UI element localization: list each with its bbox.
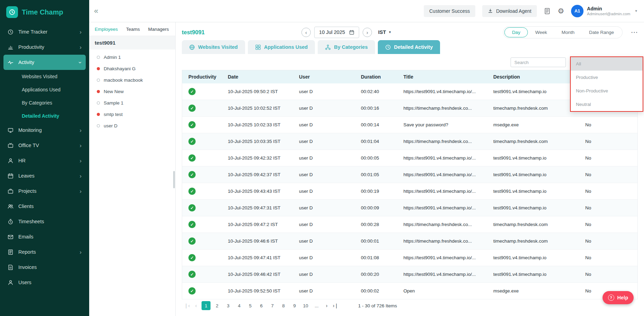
search-input[interactable] bbox=[511, 57, 566, 67]
dropdown-option-productive[interactable]: Productive bbox=[571, 71, 643, 84]
sidebar-subitem-applications-used[interactable]: Applications Used bbox=[3, 83, 86, 96]
sidebar-subitem-detailed-activity[interactable]: Detailed Activity bbox=[3, 109, 86, 123]
sidebar-item-users[interactable]: Users bbox=[3, 275, 86, 290]
sidebar-item-hr[interactable]: HR› bbox=[3, 153, 86, 168]
group-name[interactable]: test9091 bbox=[89, 36, 175, 49]
page-button-8[interactable]: 8 bbox=[279, 301, 288, 310]
collapse-sidebar-icon[interactable]: « bbox=[91, 7, 101, 15]
invoice-icon bbox=[8, 264, 14, 270]
page-ellipsis[interactable]: ... bbox=[312, 301, 321, 310]
sidebar-item-projects[interactable]: Projects› bbox=[3, 183, 86, 199]
view-month[interactable]: Month bbox=[554, 27, 582, 37]
user-name: Admin bbox=[587, 6, 630, 12]
member-admin-1[interactable]: Admin 1 bbox=[89, 52, 175, 63]
description-cell: test9091.v4.timechamp.io bbox=[493, 189, 585, 194]
tab-websites-visited[interactable]: Websites Visited bbox=[182, 40, 245, 54]
tab-applications-used[interactable]: Applications Used bbox=[248, 40, 315, 54]
sidebar-item-clients[interactable]: Clients bbox=[3, 199, 86, 214]
sidebar-item-leaves[interactable]: Leaves› bbox=[3, 168, 86, 183]
page-button-1[interactable]: 1 bbox=[202, 301, 211, 310]
description-cell: timechamp.freshdesk.com bbox=[493, 222, 585, 227]
page-button-3[interactable]: 3 bbox=[224, 301, 233, 310]
chevron-right-icon: › bbox=[80, 143, 82, 148]
body-row: EmployeesTeamsManagers test9091 Admin 1D… bbox=[89, 22, 644, 316]
productive-check-icon: ✓ bbox=[188, 287, 196, 295]
view-week[interactable]: Week bbox=[528, 27, 554, 37]
page-button-7[interactable]: 7 bbox=[268, 301, 277, 310]
tab-by-categories[interactable]: By Categories bbox=[318, 40, 375, 54]
title-cell: https://test9091.v4.timechamp.io/... bbox=[403, 89, 493, 94]
main-content: test9091 ‹ 10 Jul 2025 › IST ▼ bbox=[176, 22, 644, 316]
panel-tab-teams[interactable]: Teams bbox=[126, 27, 140, 32]
tv-icon bbox=[8, 142, 14, 148]
date-picker[interactable]: 10 Jul 2025 bbox=[314, 27, 359, 38]
settings-gear-icon[interactable]: ⚙ bbox=[558, 7, 564, 15]
view-date-range[interactable]: Date Range bbox=[582, 27, 621, 37]
table-header: ProductivityDateUserDurationTitleDescrip… bbox=[182, 70, 637, 83]
page-button-10[interactable]: 10 bbox=[301, 301, 310, 310]
status-dot bbox=[97, 79, 100, 82]
panel-scrollbar[interactable] bbox=[173, 171, 175, 188]
page-button-2[interactable]: 2 bbox=[213, 301, 222, 310]
tab-detailed-activity[interactable]: Detailed Activity bbox=[378, 40, 440, 54]
dropdown-option-all[interactable]: All bbox=[571, 57, 643, 71]
productivity-cell: ✓ bbox=[182, 237, 228, 245]
table-row: ✓10-Jul-2025 09:47:2 ISTuser D00:00:28ht… bbox=[182, 216, 637, 233]
apps-icon bbox=[255, 44, 261, 50]
sidebar-item-productivity[interactable]: Productivity› bbox=[3, 39, 86, 55]
panel-tab-employees[interactable]: Employees bbox=[95, 27, 118, 32]
sidebar-item-monitoring[interactable]: Monitoring› bbox=[3, 123, 86, 138]
sidebar-item-invoices[interactable]: Invoices bbox=[3, 260, 86, 275]
dropdown-option-neutral[interactable]: Neutral bbox=[571, 98, 643, 111]
member-user-d[interactable]: user D bbox=[89, 120, 175, 132]
user-cell: user D bbox=[299, 238, 361, 244]
download-agent-button[interactable]: Download Agent bbox=[482, 5, 537, 17]
sidebar-item-timesheets[interactable]: Timesheets bbox=[3, 214, 86, 229]
member-dhakshayani-g[interactable]: Dhakshayani G bbox=[89, 63, 175, 74]
last-page-button[interactable]: ›❘ bbox=[331, 303, 340, 308]
description-cell: msedge.exe bbox=[493, 122, 585, 127]
flag-cell: No bbox=[585, 139, 637, 144]
flag-cell: No bbox=[585, 122, 637, 127]
member-new-new[interactable]: New New bbox=[89, 86, 175, 97]
prev-date-button[interactable]: ‹ bbox=[301, 28, 311, 37]
view-day[interactable]: Day bbox=[504, 27, 528, 37]
sidebar-item-activity[interactable]: Activity› bbox=[3, 55, 86, 70]
title-cell: https://test9091.v4.timechamp.io/... bbox=[403, 172, 493, 177]
more-options-icon[interactable]: ⋯ bbox=[631, 29, 638, 36]
first-page-button[interactable]: ❘‹ bbox=[183, 303, 192, 308]
dropdown-option-non-productive[interactable]: Non-Productive bbox=[571, 84, 643, 98]
date-cell: 10-Jul-2025 09:47:31 IST bbox=[228, 205, 299, 210]
next-page-button[interactable]: › bbox=[322, 303, 331, 308]
productive-check-icon: ✓ bbox=[188, 221, 196, 228]
page-button-9[interactable]: 9 bbox=[290, 301, 299, 310]
topbar: « Customer Success Download Agent ⚙ A1 bbox=[89, 0, 644, 22]
sidebar-item-time-tracker[interactable]: Time Tracker› bbox=[3, 24, 86, 39]
member-macbook-macbook[interactable]: macbook macbook bbox=[89, 74, 175, 86]
page-button-5[interactable]: 5 bbox=[246, 301, 255, 310]
page-button-6[interactable]: 6 bbox=[257, 301, 266, 310]
member-smtp-test[interactable]: smtp test bbox=[89, 109, 175, 120]
timezone-select[interactable]: IST ▼ bbox=[378, 29, 391, 35]
help-button[interactable]: ? Help bbox=[603, 291, 634, 304]
sidebar-item-emails[interactable]: Emails bbox=[3, 229, 86, 244]
brand: Time Champ bbox=[0, 4, 89, 24]
table-row: ✓10-Jul-2025 09:52:50 ISTuser D00:00:02O… bbox=[182, 283, 637, 299]
user-cell: user D bbox=[299, 89, 361, 94]
page-button-4[interactable]: 4 bbox=[235, 301, 244, 310]
document-icon[interactable] bbox=[544, 8, 551, 15]
sidebar-item-reports[interactable]: Reports› bbox=[3, 244, 86, 260]
productivity-cell: ✓ bbox=[182, 188, 228, 195]
productivity-cell: ✓ bbox=[182, 254, 228, 261]
sidebar-subitem-by-categories[interactable]: By Categories bbox=[3, 96, 86, 109]
sidebar-subitem-websites-visited[interactable]: Websites Visited bbox=[3, 70, 86, 83]
sidebar-item-office-tv[interactable]: Office TV› bbox=[3, 138, 86, 153]
member-sample-1[interactable]: Sample 1 bbox=[89, 97, 175, 109]
prev-page-button[interactable]: ‹ bbox=[192, 303, 200, 308]
employees-panel-tabs: EmployeesTeamsManagers bbox=[89, 22, 175, 36]
panel-tab-managers[interactable]: Managers bbox=[148, 27, 169, 32]
next-date-button[interactable]: › bbox=[363, 28, 372, 37]
customer-success-button[interactable]: Customer Success bbox=[424, 5, 475, 17]
flag-cell: No bbox=[585, 155, 637, 161]
user-menu[interactable]: A1 Admin Adminuserl@admin.com ▾ bbox=[571, 5, 637, 17]
